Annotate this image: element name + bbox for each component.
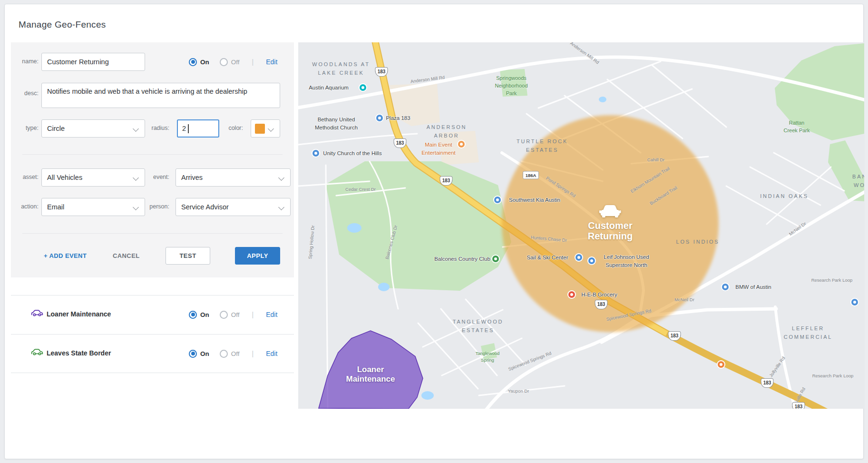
- chevron-down-icon: [278, 175, 284, 181]
- edit-link[interactable]: Edit: [266, 311, 277, 318]
- list-divider: [11, 295, 294, 296]
- form-divider: [22, 233, 283, 234]
- unity-church-pin[interactable]: [312, 150, 319, 157]
- southwest-kia-pin[interactable]: [494, 197, 501, 203]
- leif-johnson-pin[interactable]: [588, 257, 595, 264]
- test-button[interactable]: TEST: [166, 247, 210, 265]
- list-divider: [11, 334, 294, 335]
- action-select[interactable]: Email: [41, 198, 145, 216]
- color-label: color:: [215, 125, 243, 131]
- color-select[interactable]: [251, 119, 280, 138]
- map[interactable]: WOODLANDS AT LAKE CREEKAustin AquariumAn…: [298, 42, 864, 409]
- map-pins-layer: [298, 42, 864, 409]
- form-onoff-toggle: On Off | Edit: [189, 53, 277, 71]
- geofence-form-panel: name: On Off | Edit desc: Notifies mobil…: [11, 42, 294, 277]
- fence-onoff-toggle: On Off | Edit: [189, 305, 277, 324]
- edit-link[interactable]: Edit: [266, 58, 277, 66]
- chevron-down-icon: [278, 204, 284, 210]
- car-icon: [31, 347, 43, 358]
- bmw-pin[interactable]: [722, 284, 729, 290]
- balcones-club-pin[interactable]: [492, 256, 499, 262]
- desc-label: desc:: [10, 90, 39, 97]
- chevron-down-icon: [133, 175, 139, 181]
- name-label: name:: [10, 58, 39, 65]
- on-label: On: [200, 59, 209, 66]
- fence-name: Leaves State Border: [47, 349, 111, 357]
- toggle-divider: |: [252, 311, 254, 318]
- type-select[interactable]: Circle: [41, 119, 145, 138]
- apply-button[interactable]: APPLY: [235, 247, 280, 265]
- fence-onoff-toggle: On Off | Edit: [189, 345, 277, 363]
- small-marker-pin[interactable]: [851, 299, 858, 305]
- page-title: Manage Geo-Fences: [19, 20, 106, 30]
- on-radio[interactable]: [189, 311, 197, 319]
- person-select[interactable]: Service Advisor: [176, 198, 291, 216]
- off-radio[interactable]: [220, 350, 228, 358]
- off-label: Off: [231, 350, 240, 357]
- on-label: On: [200, 311, 209, 318]
- fence-name: Loaner Maintenance: [47, 310, 111, 318]
- list-divider: [11, 373, 294, 373]
- on-label: On: [200, 350, 209, 357]
- person-label: person:: [141, 203, 169, 210]
- off-label: Off: [231, 311, 240, 318]
- manage-geofences-card: Manage Geo-Fences name: On Off | Edit de…: [4, 4, 864, 459]
- construction-dot[interactable]: [718, 361, 724, 368]
- type-label: type:: [10, 125, 39, 131]
- action-label: action:: [10, 203, 39, 210]
- add-event-button[interactable]: + ADD EVENT: [44, 247, 87, 265]
- chevron-down-icon: [268, 126, 274, 132]
- off-label: Off: [231, 59, 240, 66]
- off-radio[interactable]: [220, 311, 228, 319]
- color-swatch-chip: [255, 124, 265, 134]
- event-select[interactable]: Arrives: [176, 168, 291, 187]
- desc-textarea[interactable]: Notifies mobile and web that a vehicle i…: [41, 83, 280, 108]
- heb-pin[interactable]: [568, 291, 575, 298]
- radius-input[interactable]: 2: [177, 119, 219, 138]
- cancel-button[interactable]: CANCEL: [113, 247, 140, 265]
- toggle-divider: |: [252, 350, 254, 357]
- asset-label: asset:: [10, 174, 39, 180]
- edit-link[interactable]: Edit: [266, 350, 277, 357]
- toggle-divider: |: [252, 58, 254, 66]
- chevron-down-icon: [133, 126, 139, 132]
- asset-select[interactable]: All Vehicles: [41, 168, 145, 187]
- on-radio[interactable]: [189, 58, 197, 66]
- car-icon: [31, 308, 43, 319]
- text-caret: [188, 124, 189, 133]
- main-event-pin[interactable]: [458, 141, 465, 148]
- off-radio[interactable]: [220, 58, 228, 66]
- sail-ski-pin[interactable]: [575, 254, 582, 261]
- radius-label: radius:: [141, 125, 169, 131]
- chevron-down-icon: [133, 204, 139, 210]
- event-label: event:: [141, 174, 169, 180]
- plaza-183-pin[interactable]: [376, 115, 383, 121]
- form-divider: [22, 154, 283, 155]
- aquarium-pin[interactable]: [360, 84, 366, 91]
- name-input[interactable]: [41, 53, 145, 71]
- on-radio[interactable]: [189, 350, 197, 358]
